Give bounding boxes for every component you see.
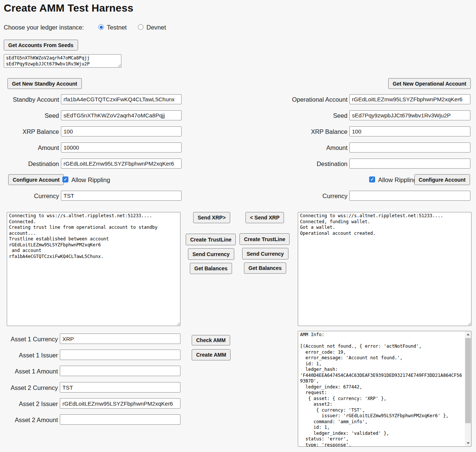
standby-currency-label: Currency — [34, 192, 59, 200]
asset2-amount-label: Asset 2 Amount — [15, 416, 58, 424]
standby-destination-field[interactable] — [61, 159, 182, 169]
scroll-up-icon — [467, 333, 470, 335]
standby-seed-field[interactable] — [61, 110, 182, 120]
asset2-currency-field[interactable] — [60, 382, 180, 393]
standby-xrp-balance-field[interactable] — [61, 126, 182, 136]
asset2-amount-field[interactable] — [60, 414, 180, 425]
standby-currency-field[interactable] — [61, 191, 182, 201]
standby-configure-account-button[interactable]: Configure Account — [8, 174, 64, 185]
testnet-radio-label[interactable]: Testnet — [107, 24, 127, 31]
standby-amount-field[interactable] — [61, 142, 182, 153]
send-xrp-to-standby-button[interactable]: < Send XRP — [245, 212, 284, 223]
asset2-currency-label: Asset 2 Currency — [10, 384, 58, 391]
radio-dot-icon — [100, 26, 103, 29]
scroll-up-button[interactable] — [465, 331, 471, 338]
operational-xrp-balance-label: XRP Balance — [311, 128, 347, 135]
operational-results-textarea[interactable]: Connecting to wss://s.altnet.rippletest.… — [298, 212, 472, 326]
page-title: Create AMM Test Harness — [4, 2, 133, 14]
send-xrp-to-operational-button[interactable]: Send XRP> — [193, 212, 230, 223]
operational-account-field[interactable] — [349, 94, 470, 104]
asset1-amount-label: Asset 1 Amount — [15, 368, 58, 375]
standby-allow-rippling-checkbox[interactable]: ✓ — [62, 176, 68, 182]
operational-create-trustline-button[interactable]: Create TrustLine — [239, 233, 290, 245]
devnet-radio[interactable] — [138, 24, 143, 30]
standby-get-balances-button[interactable]: Get Balances — [190, 263, 232, 274]
scroll-down-button[interactable] — [465, 440, 471, 446]
standby-send-currency-button[interactable]: Send Currency — [188, 248, 234, 260]
get-new-standby-account-button[interactable]: Get New Standby Account — [7, 78, 82, 89]
check-amm-button[interactable]: Check AMM — [192, 335, 230, 345]
standby-create-trustline-button[interactable]: Create TrustLine — [186, 234, 236, 245]
operational-currency-field[interactable] — [349, 191, 470, 201]
operational-amount-label: Amount — [326, 144, 347, 151]
asset2-issuer-label: Asset 2 Issuer — [19, 400, 58, 408]
scroll-down-icon — [467, 442, 470, 444]
get-new-operational-account-button[interactable]: Get New Operational Account — [388, 78, 471, 89]
operational-allow-rippling-checkbox[interactable]: ✓ — [369, 176, 375, 182]
asset1-currency-label: Asset 1 Currency — [10, 335, 58, 343]
asset1-currency-field[interactable] — [60, 333, 180, 344]
seeds-textarea[interactable]: sEdTG5nXThKWZoV2aqrh47oMCa8Pqjj sEd7Pqy9… — [4, 54, 121, 68]
standby-destination-label: Destination — [28, 160, 59, 167]
amm-test-harness-page: Create AMM Test Harness Choose your ledg… — [0, 0, 476, 452]
operational-seed-label: Seed — [333, 112, 347, 119]
standby-xrp-balance-label: XRP Balance — [22, 128, 59, 135]
operational-amount-field[interactable] — [349, 142, 470, 153]
asset2-issuer-field[interactable] — [60, 398, 180, 409]
asset1-issuer-label: Asset 1 Issuer — [19, 351, 58, 359]
operational-xrp-balance-field[interactable] — [349, 126, 470, 136]
standby-seed-label: Seed — [44, 112, 59, 119]
operational-currency-label: Currency — [322, 192, 347, 200]
operational-seed-field[interactable] — [349, 110, 470, 120]
operational-destination-label: Destination — [316, 160, 347, 167]
devnet-radio-label[interactable]: Devnet — [146, 24, 166, 31]
ledger-instance-prompt: Choose your ledger instance: — [4, 24, 84, 31]
operational-configure-account-button[interactable]: Configure Account — [414, 174, 470, 185]
operational-account-label: Operational Account — [292, 96, 347, 103]
standby-account-label: Standby Account — [13, 96, 59, 103]
operational-get-balances-button[interactable]: Get Balances — [244, 262, 286, 274]
amm-info-panel[interactable]: AMM Info: [(Account not found., { error:… — [298, 331, 472, 447]
operational-destination-field[interactable] — [349, 159, 470, 169]
asset1-issuer-field[interactable] — [60, 350, 180, 360]
amm-info-text: AMM Info: [(Account not found., { error:… — [298, 331, 465, 446]
get-accounts-from-seeds-button[interactable]: Get Accounts From Seeds — [4, 40, 78, 50]
testnet-radio[interactable] — [98, 24, 104, 30]
standby-account-field[interactable] — [61, 94, 182, 104]
amm-info-scrollbar[interactable] — [465, 331, 471, 446]
operational-allow-rippling-label[interactable]: Allow Rippling — [378, 176, 417, 184]
create-amm-button[interactable]: Create AMM — [192, 349, 231, 360]
standby-allow-rippling-label[interactable]: Allow Rippling — [71, 176, 110, 184]
scrollbar-thumb[interactable] — [465, 338, 471, 423]
asset1-amount-field[interactable] — [60, 366, 180, 376]
standby-amount-label: Amount — [38, 144, 59, 151]
operational-send-currency-button[interactable]: Send Currency — [242, 248, 288, 259]
standby-results-textarea[interactable]: Connecting to wss://s.altnet.rippletest.… — [7, 212, 180, 326]
